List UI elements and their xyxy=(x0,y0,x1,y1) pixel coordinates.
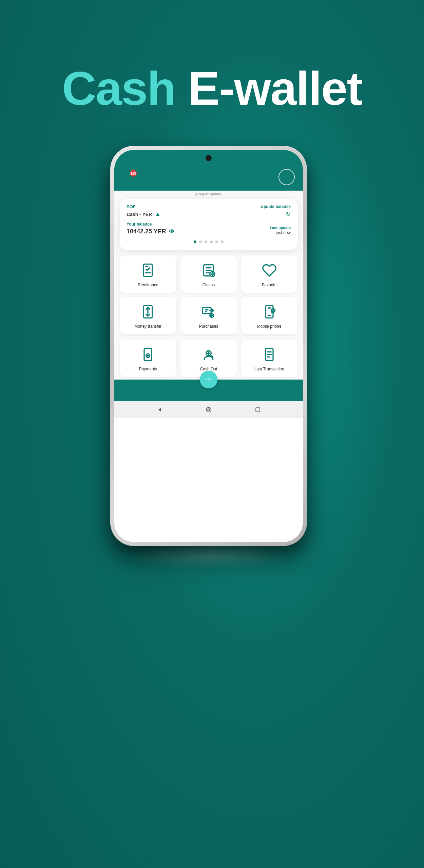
phone-frame: 120 (Drag to Update) xyxy=(110,146,307,546)
mobile-phone-icon xyxy=(261,303,278,321)
pagination-dots xyxy=(127,240,291,243)
section-divider xyxy=(120,335,297,335)
drag-hint: (Drag to Update) xyxy=(114,191,303,199)
remittance-icon xyxy=(139,262,157,279)
sof-label: SOF xyxy=(127,204,161,209)
qr-icon xyxy=(282,173,291,181)
claims-item[interactable]: Claims xyxy=(180,255,237,293)
svg-point-18 xyxy=(208,409,210,411)
qr-button[interactable] xyxy=(278,169,295,185)
phone-wrapper: 120 (Drag to Update) xyxy=(110,146,314,570)
home-nav-button[interactable] xyxy=(164,385,173,396)
payments-label: Payments xyxy=(139,367,157,372)
refresh-icon[interactable]: ↻ xyxy=(261,210,291,218)
purchases-icon xyxy=(200,303,217,321)
claims-label: Claims xyxy=(203,283,215,288)
svg-point-15 xyxy=(248,389,250,391)
notification-badge: 120 xyxy=(130,170,137,177)
last-transaction-item[interactable]: Last Transaction xyxy=(241,340,297,377)
dot-6[interactable] xyxy=(221,240,224,243)
grid-row-1: Remittance xyxy=(114,255,303,293)
last-transaction-label: Last Transaction xyxy=(254,367,284,372)
svg-rect-1 xyxy=(287,174,290,176)
phone-screen: 120 (Drag to Update) xyxy=(114,150,303,542)
fab-button[interactable]: ··· xyxy=(200,371,217,388)
svg-marker-16 xyxy=(158,408,161,411)
favorite-icon xyxy=(261,262,278,279)
remittance-label: Remittance xyxy=(138,283,158,288)
svg-rect-19 xyxy=(256,408,260,412)
title-area: Cash E-wallet xyxy=(0,61,424,116)
payments-item[interactable]: Payments xyxy=(120,340,176,377)
last-update-value: just now xyxy=(270,230,291,235)
mobile-phone-label: Mobile phone xyxy=(257,324,282,329)
notification-button[interactable]: 120 xyxy=(122,170,137,184)
title-cash: Cash xyxy=(62,62,175,115)
claims-icon xyxy=(200,262,217,279)
status-bar xyxy=(114,150,303,166)
svg-rect-2 xyxy=(283,178,286,180)
last-transaction-icon xyxy=(261,346,278,363)
android-home-button[interactable] xyxy=(205,406,212,413)
purchases-label: Purchases xyxy=(199,324,218,329)
dot-5[interactable] xyxy=(215,240,218,243)
remittance-item[interactable]: Remittance xyxy=(120,255,176,293)
camera-notch xyxy=(206,155,212,161)
fab-dots: ··· xyxy=(206,376,212,383)
currency-label: Cash - YER ▲ xyxy=(127,211,161,218)
arrow-up-icon: ▲ xyxy=(155,211,161,218)
dot-3[interactable] xyxy=(205,240,207,243)
android-recents-button[interactable] xyxy=(254,406,261,413)
update-balance-label[interactable]: Update balance xyxy=(261,204,291,209)
app-header: 120 xyxy=(114,166,303,191)
settings-nav-button[interactable] xyxy=(245,385,253,396)
last-update-label: Last update xyxy=(270,226,291,230)
favorite-label: Favorite xyxy=(262,283,276,288)
dot-1[interactable] xyxy=(194,240,196,243)
favorite-item[interactable]: Favorite xyxy=(241,255,297,293)
balance-card: SOF Cash - YER ▲ Update balance ↻ xyxy=(120,199,297,250)
eye-icon[interactable]: 👁 xyxy=(169,229,174,235)
svg-point-17 xyxy=(206,407,211,412)
dot-2[interactable] xyxy=(199,240,202,243)
balance-label: Your balance xyxy=(127,222,174,227)
money-transfer-item[interactable]: Money transfer xyxy=(120,297,176,334)
payments-icon xyxy=(139,346,157,363)
cash-out-icon xyxy=(200,346,217,363)
dot-4[interactable] xyxy=(210,240,213,243)
android-nav-bar xyxy=(114,401,303,418)
svg-rect-0 xyxy=(283,174,286,176)
bottom-nav: ··· xyxy=(114,380,303,401)
phone-reflection xyxy=(127,543,297,570)
android-back-button[interactable] xyxy=(156,406,163,413)
svg-rect-11 xyxy=(144,348,152,361)
balance-amount: 10442.25 YER 👁 xyxy=(127,228,174,235)
money-transfer-icon xyxy=(139,303,157,321)
purchases-item[interactable]: Purchases xyxy=(180,297,237,334)
grid-row-2: Money transfer xyxy=(114,297,303,334)
mobile-phone-item[interactable]: Mobile phone xyxy=(241,297,297,334)
money-transfer-label: Money transfer xyxy=(134,324,161,329)
title-ewallet: E-wallet xyxy=(188,62,362,115)
